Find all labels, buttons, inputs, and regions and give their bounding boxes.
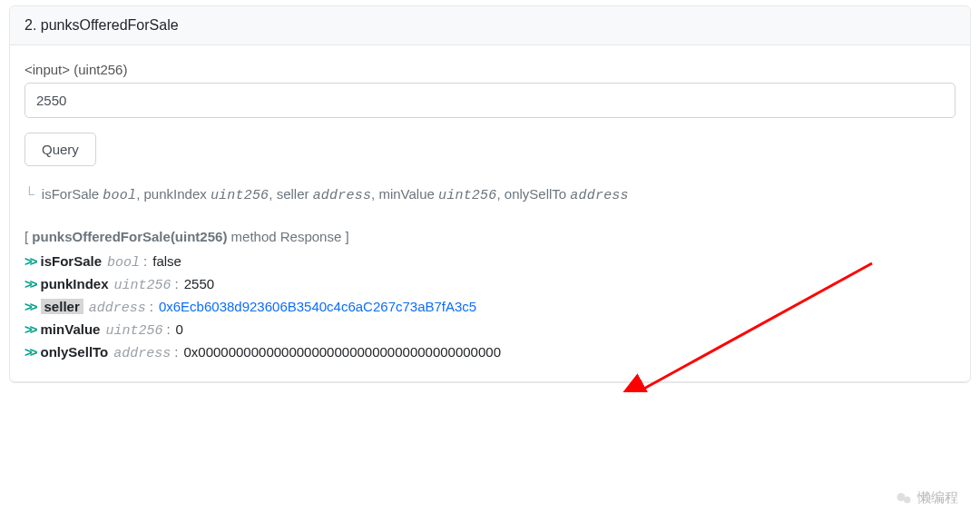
uint256-input[interactable] [24,83,956,118]
return-arrow-icon: └ [24,186,34,202]
response-field-type: uint256 [114,278,172,293]
response-field-name: isForSale [41,253,103,269]
response-row: >>minValue uint256: 0 [24,321,956,339]
response-field-type: address [113,346,171,361]
function-index: 2. [24,17,36,33]
sig-param-name: onlySellTo [505,186,571,202]
sig-param-type: bool [103,188,136,203]
chevron-right-icon: >> [24,253,35,269]
query-button[interactable]: Query [24,133,96,166]
card-body: <input> (uint256) Query └ isForSale bool… [10,45,970,382]
response-field-value: 2550 [184,276,214,291]
response-field-value-link[interactable]: 0x6Ecb6038d923606B3540c4c6aC267c73aB7fA3… [159,299,476,314]
response-row: >>seller address: 0x6Ecb6038d923606B3540… [24,299,956,316]
response-title: [ punksOfferedForSale(uint256) method Re… [24,229,956,244]
sig-param-name: seller [277,186,313,202]
response-field-value: 0 [176,321,183,337]
sig-param-type: address [570,188,628,203]
card-header[interactable]: 2. punksOfferedForSale [10,6,970,45]
response-field-name: punkIndex [41,276,109,291]
function-card: 2. punksOfferedForSale <input> (uint256)… [9,5,971,383]
response-field-name: onlySellTo [41,344,109,360]
chevron-right-icon: >> [24,344,35,360]
response-row: >>punkIndex uint256: 2550 [24,276,956,293]
sig-param-type: uint256 [438,188,496,203]
response-section: [ punksOfferedForSale(uint256) method Re… [24,229,956,361]
response-field-type: bool [107,255,140,271]
response-field-value: false [152,253,181,269]
sig-param-name: punkIndex [144,186,211,202]
return-signature: └ isForSale bool, punkIndex uint256, sel… [24,186,956,203]
sig-param-name: minValue [378,186,438,202]
response-field-value: 0x00000000000000000000000000000000000000… [183,344,501,360]
sig-param-type: address [313,188,371,203]
function-name: punksOfferedForSale [41,17,179,33]
sig-param-type: uint256 [211,188,269,203]
response-row: >>onlySellTo address: 0x0000000000000000… [24,344,956,361]
input-label: <input> (uint256) [24,62,956,77]
chevron-right-icon: >> [24,276,35,291]
sig-param-name: isForSale [42,186,103,202]
response-method: punksOfferedForSale(uint256) [32,229,227,244]
chevron-right-icon: >> [24,321,35,337]
response-field-name: minValue [41,321,101,337]
response-field-name: seller [41,299,83,314]
response-row: >>isForSale bool: false [24,253,956,271]
response-field-type: address [89,301,146,316]
chevron-right-icon: >> [24,299,35,314]
response-field-type: uint256 [105,323,162,339]
